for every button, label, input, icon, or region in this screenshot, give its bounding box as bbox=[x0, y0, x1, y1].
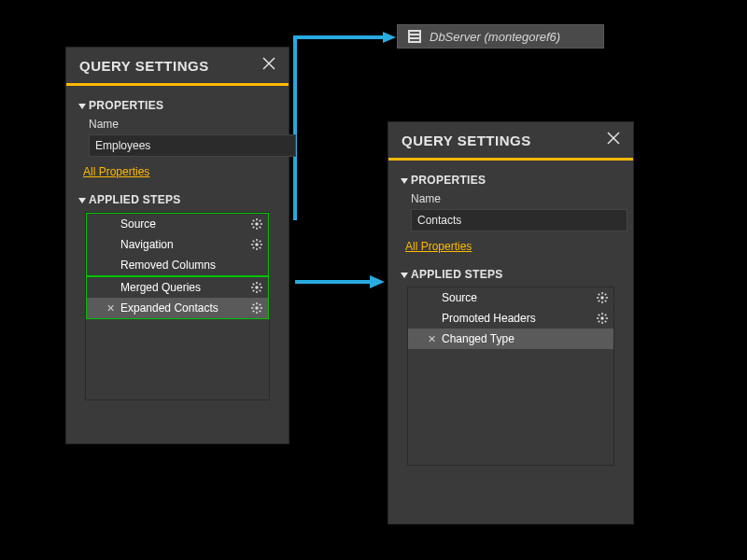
svg-point-18 bbox=[255, 243, 258, 245]
step-item[interactable]: ✕Changed Type bbox=[408, 329, 613, 349]
step-label: Expanded Contacts bbox=[120, 301, 218, 315]
svg-line-41 bbox=[253, 304, 255, 306]
query-name-input[interactable] bbox=[411, 209, 627, 231]
gear-icon[interactable] bbox=[251, 239, 262, 250]
svg-line-55 bbox=[599, 301, 600, 302]
step-item[interactable]: ✕Expanded Contacts bbox=[87, 298, 268, 318]
applied-steps-list: SourceNavigationRemoved ColumnsMerged Qu… bbox=[85, 212, 270, 400]
db-server-label: DbServer (montegoref6) bbox=[430, 30, 560, 44]
svg-rect-1 bbox=[410, 32, 419, 34]
step-item[interactable]: Source bbox=[87, 214, 268, 234]
svg-line-14 bbox=[253, 220, 255, 222]
properties-header[interactable]: PROPERTIES bbox=[402, 168, 620, 190]
gear-icon[interactable] bbox=[251, 302, 262, 314]
close-icon[interactable] bbox=[607, 132, 620, 148]
svg-line-24 bbox=[260, 247, 261, 249]
name-label: Name bbox=[89, 118, 275, 131]
gear-icon[interactable] bbox=[597, 313, 608, 324]
svg-line-17 bbox=[253, 227, 255, 229]
svg-line-35 bbox=[253, 290, 255, 292]
step-label: Navigation bbox=[120, 238, 174, 251]
applied-steps-list: SourcePromoted Headers✕Changed Type bbox=[407, 287, 614, 466]
properties-section: PROPERTIES Name All Properties bbox=[66, 86, 289, 186]
database-icon bbox=[407, 29, 422, 44]
gear-icon[interactable] bbox=[251, 218, 262, 230]
svg-rect-2 bbox=[410, 35, 419, 37]
svg-line-63 bbox=[605, 315, 607, 316]
query-settings-panel-right: QUERY SETTINGS PROPERTIES Name All Prope… bbox=[388, 121, 634, 525]
db-server-node[interactable]: DbServer (montegoref6) bbox=[397, 24, 604, 49]
svg-line-42 bbox=[260, 311, 261, 313]
applied-steps-section: APPLIED STEPS SourceNavigationRemoved Co… bbox=[66, 186, 289, 415]
all-properties-link[interactable]: All Properties bbox=[83, 163, 149, 180]
svg-line-53 bbox=[605, 301, 607, 302]
svg-line-61 bbox=[599, 315, 600, 316]
svg-line-26 bbox=[253, 247, 255, 249]
properties-header-text: PROPERTIES bbox=[89, 99, 163, 112]
arrow-to-db bbox=[289, 28, 402, 237]
svg-marker-6 bbox=[370, 275, 385, 288]
query-name-input[interactable] bbox=[89, 134, 296, 157]
step-group: Merged Queries✕Expanded Contacts bbox=[86, 276, 269, 319]
svg-line-16 bbox=[260, 220, 261, 222]
delete-step-icon[interactable]: ✕ bbox=[427, 333, 436, 345]
properties-header[interactable]: PROPERTIES bbox=[79, 93, 275, 116]
panel-header: QUERY SETTINGS bbox=[66, 48, 289, 86]
gear-icon[interactable] bbox=[597, 292, 608, 303]
step-item[interactable]: Removed Columns bbox=[87, 255, 268, 275]
svg-line-32 bbox=[253, 284, 255, 286]
svg-line-15 bbox=[260, 227, 261, 229]
svg-line-34 bbox=[260, 284, 261, 286]
svg-point-47 bbox=[600, 296, 603, 299]
panel-title: QUERY SETTINGS bbox=[402, 133, 531, 148]
step-label: Source bbox=[120, 217, 156, 231]
applied-steps-header[interactable]: APPLIED STEPS bbox=[402, 262, 620, 285]
step-label: Merged Queries bbox=[120, 281, 201, 294]
chevron-down-icon bbox=[401, 178, 408, 184]
step-item[interactable]: Promoted Headers bbox=[408, 308, 613, 329]
svg-point-56 bbox=[600, 316, 603, 319]
properties-header-text: PROPERTIES bbox=[411, 174, 486, 187]
svg-marker-4 bbox=[383, 32, 396, 43]
chevron-down-icon bbox=[401, 273, 408, 278]
step-label: Promoted Headers bbox=[442, 312, 536, 325]
chevron-down-icon bbox=[78, 198, 86, 203]
applied-steps-header-text: APPLIED STEPS bbox=[89, 193, 181, 206]
applied-steps-header-text: APPLIED STEPS bbox=[411, 268, 503, 281]
delete-step-icon[interactable]: ✕ bbox=[106, 302, 115, 315]
chevron-down-icon bbox=[78, 104, 86, 109]
svg-line-25 bbox=[260, 241, 261, 243]
all-properties-link[interactable]: All Properties bbox=[405, 238, 472, 255]
svg-line-44 bbox=[253, 311, 255, 313]
arrow-to-panel bbox=[295, 271, 388, 297]
step-item[interactable]: Source bbox=[408, 287, 613, 308]
step-label: Source bbox=[442, 291, 477, 304]
step-group: SourceNavigationRemoved Columns bbox=[86, 213, 269, 276]
svg-line-62 bbox=[605, 321, 607, 323]
step-label: Removed Columns bbox=[120, 259, 216, 272]
svg-line-64 bbox=[599, 321, 600, 323]
step-label: Changed Type bbox=[442, 332, 514, 345]
svg-line-43 bbox=[260, 304, 261, 306]
svg-point-9 bbox=[255, 222, 258, 225]
panel-header: QUERY SETTINGS bbox=[388, 122, 633, 161]
close-icon[interactable] bbox=[262, 57, 275, 74]
svg-line-52 bbox=[599, 294, 600, 296]
svg-point-27 bbox=[255, 286, 258, 288]
svg-point-36 bbox=[255, 306, 258, 309]
step-item[interactable]: Merged Queries bbox=[87, 277, 268, 298]
svg-line-33 bbox=[260, 290, 261, 292]
name-label: Name bbox=[411, 192, 620, 205]
svg-line-23 bbox=[253, 241, 255, 243]
svg-line-54 bbox=[605, 294, 607, 296]
gear-icon[interactable] bbox=[251, 282, 262, 293]
properties-section: PROPERTIES Name All Properties bbox=[388, 161, 633, 260]
applied-steps-section: APPLIED STEPS SourcePromoted Headers✕Cha… bbox=[388, 260, 633, 481]
step-item[interactable]: Navigation bbox=[87, 234, 268, 255]
panel-title: QUERY SETTINGS bbox=[79, 58, 209, 74]
query-settings-panel-left: QUERY SETTINGS PROPERTIES Name All Prope… bbox=[65, 47, 289, 444]
svg-rect-3 bbox=[410, 39, 419, 41]
applied-steps-header[interactable]: APPLIED STEPS bbox=[79, 188, 275, 210]
